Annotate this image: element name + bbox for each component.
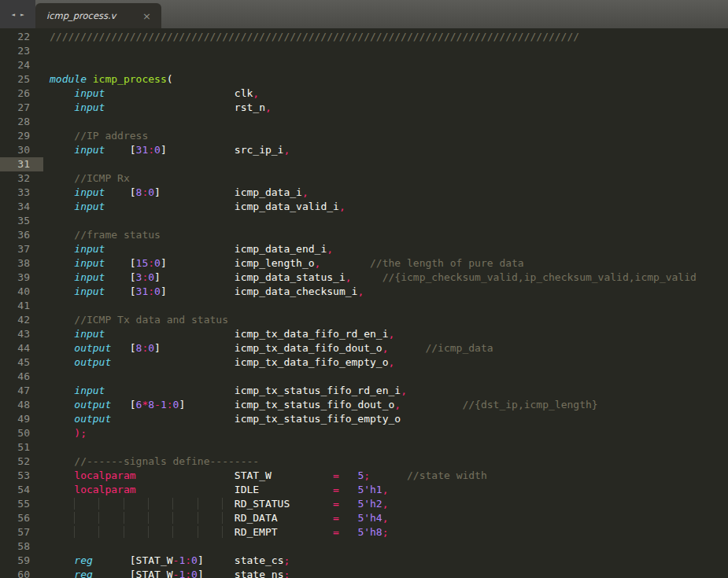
- code-line[interactable]: 41: [0, 299, 728, 313]
- code-line[interactable]: 50 );: [0, 426, 728, 440]
- code-editor[interactable]: 22//////////////////////////////////////…: [0, 28, 728, 578]
- code-line[interactable]: 38 input [15:0] icmp_length_o, //the len…: [0, 256, 728, 271]
- line-number: 24: [0, 58, 43, 72]
- line-number: 31: [0, 157, 43, 171]
- line-number: 26: [0, 87, 43, 101]
- code-line-text: //IP address: [50, 130, 148, 142]
- code-line[interactable]: 47 input icmp_tx_status_fifo_rd_en_i,: [0, 384, 728, 398]
- code-line-text: output icmp_tx_data_fifo_empty_o,: [50, 356, 394, 368]
- code-line[interactable]: 35: [0, 214, 728, 228]
- code-line[interactable]: 57 RD_EMPT = 5'h8;: [0, 525, 728, 539]
- code-line-text: input [31:0] icmp_data_checksum_i,: [50, 285, 364, 297]
- line-number: 25: [0, 72, 43, 87]
- code-line[interactable]: 26 input clk,: [0, 87, 728, 101]
- code-line[interactable]: 42 //ICMP Tx data and status: [0, 313, 728, 327]
- code-line[interactable]: 46: [0, 370, 728, 384]
- code-line[interactable]: 33 input [8:0] icmp_data_i,: [0, 186, 728, 200]
- code-line[interactable]: 53 localparam STAT_W = 5; //state width: [0, 469, 728, 483]
- scroll-left-icon[interactable]: ◄: [11, 11, 15, 18]
- code-line[interactable]: 56 RD_DATA = 5'h4,: [0, 511, 728, 525]
- code-line-text: input icmp_data_valid_i,: [50, 201, 346, 212]
- code-line-text: localparam STAT_W = 5; //state width: [50, 469, 487, 481]
- line-number: 34: [0, 200, 43, 214]
- code-line[interactable]: 25module icmp_process(: [0, 72, 728, 87]
- line-number: 22: [0, 30, 43, 44]
- code-line-text: input [15:0] icmp_length_o, //the length…: [50, 257, 524, 269]
- code-line[interactable]: 58: [0, 539, 728, 554]
- code-line-text: reg [STAT_W-1:0] state_ns;: [50, 569, 290, 578]
- tab-icmp-process[interactable]: icmp_process.v ×: [35, 3, 161, 28]
- code-line[interactable]: 59 reg [STAT_W-1:0] state_cs;: [0, 554, 728, 568]
- line-number: 27: [0, 101, 43, 115]
- code-line[interactable]: 37 input icmp_data_end_i,: [0, 242, 728, 256]
- code-line-text: module icmp_process(: [50, 73, 173, 85]
- code-line[interactable]: 24: [0, 58, 728, 72]
- code-line[interactable]: 22//////////////////////////////////////…: [0, 30, 728, 44]
- line-number: 50: [0, 426, 43, 440]
- code-line[interactable]: 32 //ICMP Rx: [0, 171, 728, 186]
- close-icon[interactable]: ×: [140, 9, 153, 23]
- line-number: 38: [0, 256, 43, 271]
- code-line-text: input clk,: [50, 87, 259, 99]
- tab-bar: ◄ ► icmp_process.v ×: [0, 0, 728, 28]
- code-line[interactable]: 39 input [3:0] icmp_data_status_i, //{ic…: [0, 271, 728, 285]
- line-number: 36: [0, 228, 43, 242]
- code-line[interactable]: 49 output icmp_tx_status_fifo_empty_o: [0, 412, 728, 426]
- line-number: 43: [0, 327, 43, 341]
- code-line-text: input icmp_data_end_i,: [50, 243, 333, 255]
- code-line-text: RD_DATA = 5'h4,: [50, 512, 389, 524]
- line-number: 59: [0, 554, 43, 568]
- line-number: 44: [0, 341, 43, 355]
- line-number: 46: [0, 370, 43, 384]
- line-number: 28: [0, 115, 43, 129]
- code-line-text: RD_EMPT = 5'h8;: [50, 526, 389, 538]
- code-line[interactable]: 54 localparam IDLE = 5'h1,: [0, 483, 728, 497]
- code-line[interactable]: 55 RD_STATUS = 5'h2,: [0, 497, 728, 511]
- code-line[interactable]: 51: [0, 440, 728, 455]
- tab-scroll-buttons: ◄ ►: [0, 0, 35, 28]
- code-line-text: RD_STATUS = 5'h2,: [50, 498, 389, 510]
- line-number: 56: [0, 511, 43, 525]
- code-line-text: input rst_n,: [50, 101, 272, 113]
- line-number: 23: [0, 44, 43, 58]
- code-line-text: output [6*8-1:0] icmp_tx_status_fifo_dou…: [50, 399, 598, 410]
- line-number: 52: [0, 455, 43, 469]
- code-line[interactable]: 60 reg [STAT_W-1:0] state_ns;: [0, 568, 728, 578]
- line-number: 53: [0, 469, 43, 483]
- code-line-text: input [8:0] icmp_data_i,: [50, 186, 309, 198]
- code-line[interactable]: 48 output [6*8-1:0] icmp_tx_status_fifo_…: [0, 398, 728, 412]
- code-line[interactable]: 31: [0, 157, 728, 171]
- tab-title: icmp_process.v: [46, 10, 140, 21]
- editor-window: ◄ ► icmp_process.v × 22/////////////////…: [0, 0, 728, 578]
- code-line[interactable]: 36 //frame status: [0, 228, 728, 242]
- code-line-text: //ICMP Tx data and status: [50, 314, 228, 326]
- line-number: 48: [0, 398, 43, 412]
- code-line-text: output [8:0] icmp_tx_data_fifo_dout_o, /…: [50, 342, 493, 354]
- code-line-text: //ICMP Rx: [50, 172, 130, 184]
- code-line-text: //frame status: [50, 229, 161, 241]
- line-number: 58: [0, 539, 43, 554]
- code-line[interactable]: 23: [0, 44, 728, 58]
- line-number: 37: [0, 242, 43, 256]
- code-line[interactable]: 30 input [31:0] src_ip_i,: [0, 143, 728, 157]
- code-line-text: input icmp_tx_status_fifo_rd_en_i,: [50, 385, 407, 396]
- scroll-right-icon[interactable]: ►: [20, 11, 24, 18]
- line-number: 45: [0, 355, 43, 370]
- line-number: 51: [0, 440, 43, 455]
- line-number: 30: [0, 143, 43, 157]
- code-line[interactable]: 43 input icmp_tx_data_fifo_rd_en_i,: [0, 327, 728, 341]
- line-number: 32: [0, 171, 43, 186]
- code-line[interactable]: 44 output [8:0] icmp_tx_data_fifo_dout_o…: [0, 341, 728, 355]
- code-line-text: //------signals define--------: [50, 455, 259, 467]
- code-line[interactable]: 29 //IP address: [0, 129, 728, 143]
- code-line[interactable]: 52 //------signals define--------: [0, 455, 728, 469]
- line-number: 54: [0, 483, 43, 497]
- code-line[interactable]: 40 input [31:0] icmp_data_checksum_i,: [0, 285, 728, 299]
- code-line[interactable]: 28: [0, 115, 728, 129]
- code-line[interactable]: 27 input rst_n,: [0, 101, 728, 115]
- line-number: 55: [0, 497, 43, 511]
- code-line[interactable]: 34 input icmp_data_valid_i,: [0, 200, 728, 214]
- code-line-text: localparam IDLE = 5'h1,: [50, 484, 389, 495]
- code-line[interactable]: 45 output icmp_tx_data_fifo_empty_o,: [0, 355, 728, 370]
- code-line-text: output icmp_tx_status_fifo_empty_o: [50, 413, 401, 425]
